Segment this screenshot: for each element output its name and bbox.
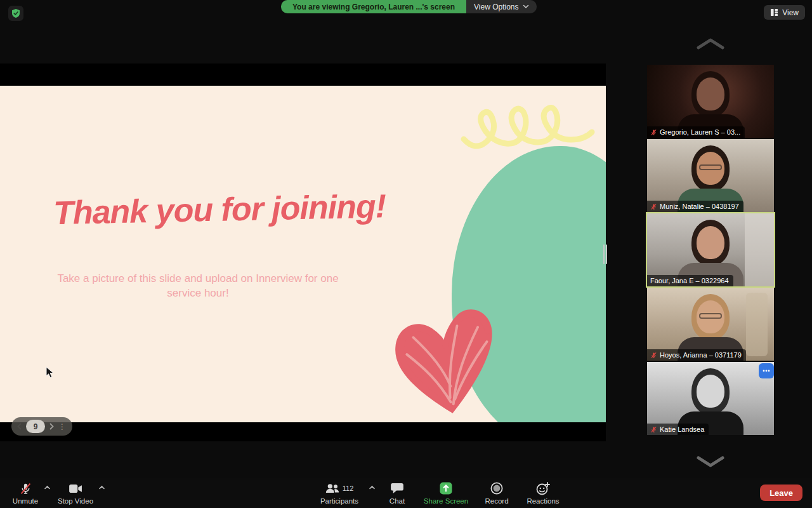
participants-label: Participants bbox=[310, 497, 369, 505]
view-button-label: View bbox=[782, 8, 799, 17]
scroll-participants-down-icon[interactable] bbox=[697, 456, 724, 467]
viewing-screen-text: You are viewing Gregorio, Lauren ...'s s… bbox=[281, 0, 466, 13]
share-screen-icon bbox=[440, 482, 452, 495]
mic-options-chevron-icon[interactable] bbox=[44, 485, 51, 490]
share-screen-button[interactable]: Share Screen bbox=[417, 481, 475, 505]
participant-more-options-button[interactable] bbox=[759, 363, 774, 378]
chat-button[interactable]: Chat bbox=[381, 481, 413, 505]
chat-bubble-icon bbox=[391, 483, 403, 494]
next-page-icon[interactable] bbox=[49, 423, 54, 430]
record-icon bbox=[490, 482, 503, 495]
view-button[interactable]: View bbox=[764, 5, 805, 20]
shared-screen-area: Thank you for joining! Take a picture of… bbox=[0, 64, 606, 441]
participant-name-tag: Katie Landsea bbox=[647, 424, 709, 435]
participant-name: Gregorio, Lauren S – 03... bbox=[660, 128, 740, 136]
view-options-label: View Options bbox=[474, 3, 518, 11]
reactions-label: Reactions bbox=[520, 497, 566, 505]
muted-mic-icon bbox=[650, 426, 657, 433]
participant-tile-muniz[interactable]: Muniz, Natalie – 0438197 bbox=[647, 139, 774, 212]
participant-name: Faour, Jana E – 0322964 bbox=[650, 277, 729, 284]
ellipsis-icon bbox=[763, 370, 770, 372]
reactions-smiley-icon bbox=[536, 482, 550, 495]
leave-button[interactable]: Leave bbox=[760, 485, 802, 501]
reactions-button[interactable]: Reactions bbox=[520, 481, 566, 505]
participants-button[interactable]: 112 Participants bbox=[310, 481, 369, 505]
record-label: Record bbox=[478, 497, 516, 505]
nav-more-icon[interactable]: ⋮ bbox=[58, 422, 67, 431]
participant-tile-hoyos[interactable]: Hoyos, Arianna – 0371179 bbox=[647, 288, 774, 361]
slide-page-navigation[interactable]: 9 ⋮ bbox=[11, 417, 72, 436]
view-options-button[interactable]: View Options bbox=[466, 0, 536, 13]
participants-options-chevron-icon[interactable] bbox=[369, 485, 376, 490]
unmute-button[interactable]: Unmute bbox=[6, 481, 44, 505]
muted-mic-icon bbox=[650, 129, 657, 136]
scribble-heart-decoration bbox=[388, 304, 501, 422]
participant-name-tag: Muniz, Natalie – 0438197 bbox=[647, 201, 743, 212]
previous-page-icon[interactable] bbox=[17, 423, 22, 430]
record-button[interactable]: Record bbox=[478, 481, 516, 505]
panel-resize-handle[interactable] bbox=[603, 244, 608, 264]
screen-share-banner: You are viewing Gregorio, Lauren ...'s s… bbox=[281, 0, 537, 13]
security-shield-button[interactable] bbox=[8, 6, 23, 21]
muted-mic-icon bbox=[650, 352, 657, 359]
participant-name-tag: Hoyos, Arianna – 0371179 bbox=[647, 349, 746, 361]
page-number-badge: 9 bbox=[26, 420, 45, 433]
layout-view-icon bbox=[770, 8, 778, 17]
slide-title: Thank you for joining! bbox=[53, 189, 370, 231]
meeting-toolbar: Unmute Stop Video 112 Pa bbox=[0, 478, 812, 508]
participant-name: Katie Landsea bbox=[660, 425, 704, 433]
participant-name-tag: Gregorio, Lauren S – 03... bbox=[647, 126, 745, 138]
slide-subtitle: Take a picture of this slide and upload … bbox=[49, 272, 346, 301]
mouse-cursor bbox=[46, 366, 55, 378]
participants-count: 112 bbox=[343, 485, 354, 492]
participant-name: Hoyos, Arianna – 0371179 bbox=[660, 351, 742, 359]
yellow-squiggle-decoration bbox=[460, 104, 601, 153]
presentation-slide: Thank you for joining! Take a picture of… bbox=[0, 86, 606, 422]
stop-video-label: Stop Video bbox=[52, 497, 99, 505]
video-options-chevron-icon[interactable] bbox=[98, 485, 105, 490]
chevron-down-icon bbox=[523, 4, 529, 9]
participant-name: Muniz, Natalie – 0438197 bbox=[660, 203, 739, 210]
participant-tile-faour-active-speaker[interactable]: Faour, Jana E – 0322964 bbox=[647, 213, 774, 286]
participant-name-tag: Faour, Jana E – 0322964 bbox=[647, 275, 733, 286]
scroll-participants-up-icon[interactable] bbox=[697, 38, 724, 50]
muted-mic-icon bbox=[19, 482, 32, 495]
unmute-label: Unmute bbox=[6, 497, 44, 505]
participant-tile-gregorio[interactable]: Gregorio, Lauren S – 03... bbox=[647, 65, 774, 138]
share-screen-label: Share Screen bbox=[417, 497, 475, 505]
stop-video-button[interactable]: Stop Video bbox=[52, 481, 99, 505]
chat-label: Chat bbox=[381, 497, 413, 505]
participant-tile-katie[interactable]: Katie Landsea bbox=[647, 362, 774, 435]
video-camera-icon bbox=[69, 483, 83, 494]
participants-icon bbox=[325, 483, 339, 493]
shield-check-icon bbox=[11, 8, 21, 18]
muted-mic-icon bbox=[650, 203, 657, 210]
